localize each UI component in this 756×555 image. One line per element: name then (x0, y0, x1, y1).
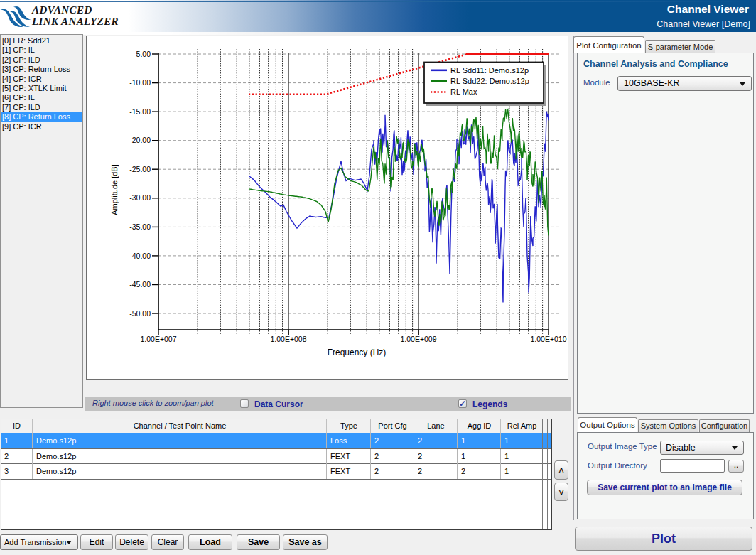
svg-text:-45.00: -45.00 (129, 280, 151, 289)
svg-text:1.00E+009: 1.00E+009 (400, 335, 436, 343)
svg-text:-35.00: -35.00 (129, 222, 151, 231)
svg-text:-10.00: -10.00 (129, 78, 151, 87)
svg-text:-20.00: -20.00 (129, 136, 151, 144)
svg-text:1.00E+010: 1.00E+010 (530, 335, 566, 343)
svg-text:1.00E+007: 1.00E+007 (140, 335, 176, 343)
svg-text:-40.00: -40.00 (129, 252, 151, 260)
svg-text:Amplitude [dB]: Amplitude [dB] (110, 164, 119, 215)
svg-text:-25.00: -25.00 (129, 165, 151, 173)
svg-text:RL Sdd11: Demo.s12p: RL Sdd11: Demo.s12p (450, 66, 529, 75)
svg-text:RL Sdd22: Demo.s12p: RL Sdd22: Demo.s12p (450, 77, 529, 85)
svg-text:-30.00: -30.00 (129, 193, 151, 202)
svg-text:1.00E+008: 1.00E+008 (270, 335, 306, 343)
svg-text:-15.00: -15.00 (129, 107, 151, 116)
svg-text:Frequency (Hz): Frequency (Hz) (328, 347, 387, 357)
svg-text:RL Max: RL Max (450, 87, 477, 96)
svg-text:-5.00: -5.00 (134, 50, 151, 58)
svg-text:-50.00: -50.00 (129, 309, 151, 318)
